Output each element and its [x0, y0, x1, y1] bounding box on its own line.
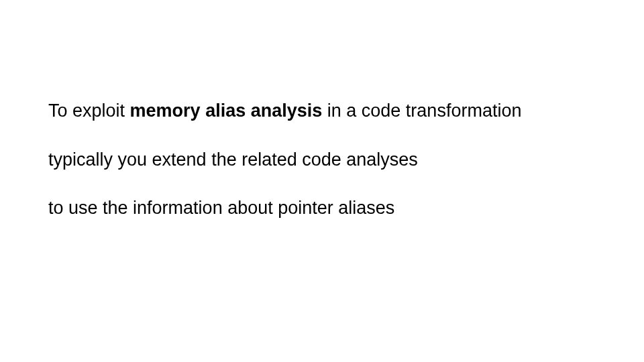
paragraph-2: typically you extend the related code an… [48, 148, 605, 172]
slide: To exploit memory alias analysis in a co… [0, 0, 644, 362]
paragraph-1: To exploit memory alias analysis in a co… [48, 99, 605, 123]
text-bold-segment: memory alias analysis [130, 101, 323, 121]
text-segment: To exploit [48, 101, 130, 121]
paragraph-3: to use the information about pointer ali… [48, 196, 605, 220]
text-segment: in a code transformation [322, 101, 521, 121]
slide-body: To exploit memory alias analysis in a co… [48, 99, 605, 245]
